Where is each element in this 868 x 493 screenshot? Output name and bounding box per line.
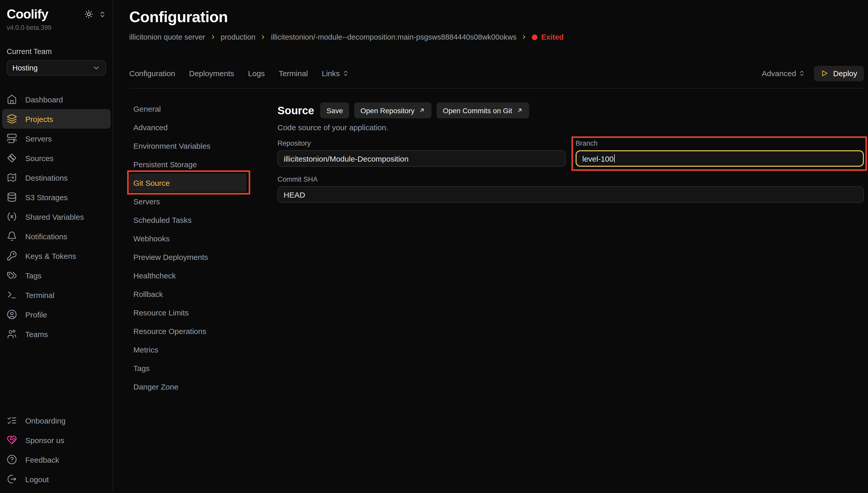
sidebar-item-keys-tokens[interactable]: Keys & Tokens: [2, 246, 111, 265]
tags-icon: [7, 270, 17, 280]
sidebar-item-terminal[interactable]: Terminal: [2, 285, 111, 305]
configuration-subnav: General Advanced Environment Variables P…: [129, 99, 268, 396]
repository-field: Repository illicitestonion/Module-Decomp…: [277, 140, 566, 167]
breadcrumb: illicitonion quote server production ill…: [129, 32, 864, 42]
sidebar-item-projects[interactable]: Projects: [2, 109, 111, 129]
commit-sha-label: Commit SHA: [277, 175, 864, 183]
subnav-item-scheduled-tasks[interactable]: Scheduled Tasks: [129, 211, 247, 229]
repository-input[interactable]: illicitestonion/Module-Decomposition: [277, 150, 566, 167]
sidebar-item-tags[interactable]: Tags: [2, 265, 111, 285]
subnav-item-webhooks[interactable]: Webhooks: [129, 229, 247, 248]
advanced-dropdown[interactable]: Advanced: [762, 69, 805, 78]
team-select[interactable]: Hosting: [7, 60, 106, 76]
layers-icon: [7, 114, 17, 124]
tabs: Configuration Deployments Logs Terminal …: [129, 69, 349, 78]
terminal-icon: [7, 290, 17, 300]
server-icon: [7, 133, 17, 144]
open-commits-button[interactable]: Open Commits on Git: [437, 102, 529, 119]
subnav-item-healthcheck[interactable]: Healthcheck: [129, 266, 247, 284]
header-actions: Advanced Deploy: [762, 66, 864, 81]
source-fields: Repository illicitestonion/Module-Decomp…: [277, 140, 864, 203]
sidebar-item-onboarding[interactable]: Onboarding: [2, 411, 111, 430]
subnav-item-resource-operations[interactable]: Resource Operations: [129, 322, 247, 340]
tab-configuration[interactable]: Configuration: [129, 69, 175, 78]
sidebar-collapse-icon[interactable]: [99, 10, 106, 18]
branch-input[interactable]: level-100: [576, 150, 864, 167]
text-cursor: [614, 154, 615, 163]
sidebar-item-feedback[interactable]: Feedback: [2, 450, 111, 469]
tab-logs[interactable]: Logs: [248, 69, 265, 78]
database-icon: [7, 192, 17, 202]
sidebar-item-s3-storages[interactable]: S3 Storages: [2, 187, 111, 207]
current-team-label: Current Team: [7, 47, 106, 56]
app-window: Coolify v4.0.0-beta.399 Current Team Hos…: [0, 0, 868, 493]
status-label: Exited: [541, 33, 564, 41]
chevron-right-icon: [260, 34, 266, 40]
subnav-item-metrics[interactable]: Metrics: [129, 340, 247, 359]
sidebar-item-sponsor-us[interactable]: Sponsor us: [2, 430, 111, 450]
variable-icon: [7, 212, 17, 222]
subnav-item-danger-zone[interactable]: Danger Zone: [129, 377, 247, 396]
repository-label: Repository: [277, 140, 566, 147]
branch-label: Branch: [576, 140, 864, 147]
breadcrumb-application[interactable]: illicitestonion/-module--decomposition:m…: [271, 33, 516, 41]
source-heading: Source: [277, 104, 314, 116]
sidebar-item-notifications[interactable]: Notifications: [2, 227, 111, 246]
chevrons-up-down-icon: [799, 70, 805, 77]
sidebar-item-logout[interactable]: Logout: [2, 469, 111, 489]
tab-deployments[interactable]: Deployments: [189, 69, 234, 78]
breadcrumb-environment[interactable]: production: [220, 33, 255, 41]
checklist-icon: [7, 415, 17, 426]
page-title: Configuration: [129, 8, 864, 26]
tab-terminal[interactable]: Terminal: [279, 69, 308, 78]
deploy-button[interactable]: Deploy: [814, 66, 864, 81]
sidebar-item-destinations[interactable]: Destinations: [2, 168, 111, 187]
sidebar-item-dashboard[interactable]: Dashboard: [2, 89, 111, 109]
sidebar-nav: Dashboard Projects Servers Sources Desti…: [7, 89, 106, 344]
theme-sun-icon[interactable]: [84, 10, 93, 19]
subnav-item-resource-limits[interactable]: Resource Limits: [129, 303, 247, 322]
subnav-item-persistent-storage[interactable]: Persistent Storage: [129, 155, 247, 173]
subnav-item-general[interactable]: General: [129, 99, 247, 118]
tabs-divider: [129, 88, 864, 88]
logout-icon: [7, 474, 17, 484]
chevrons-up-down-icon: [342, 70, 349, 77]
subnav-item-git-source[interactable]: Git Source: [129, 173, 247, 192]
subnav-item-environment-variables[interactable]: Environment Variables: [129, 136, 247, 155]
git-source-icon: [7, 153, 17, 163]
subnav-item-servers[interactable]: Servers: [129, 192, 247, 211]
status-dot-icon: [532, 34, 538, 40]
sidebar-item-profile[interactable]: Profile: [2, 305, 111, 324]
app-version: v4.0.0-beta.399: [7, 24, 106, 31]
breadcrumb-project[interactable]: illicitonion quote server: [129, 33, 205, 41]
chevron-down-icon: [92, 64, 100, 72]
source-form-header: Source Save Open Repository Open Commits…: [277, 102, 864, 119]
sidebar-item-servers[interactable]: Servers: [2, 129, 111, 148]
subnav-item-tags[interactable]: Tags: [129, 359, 247, 377]
subnav-item-advanced[interactable]: Advanced: [129, 118, 247, 136]
coolify-logo[interactable]: Coolify: [7, 7, 48, 22]
map-icon: [7, 172, 17, 183]
subnav-item-preview-deployments[interactable]: Preview Deployments: [129, 248, 247, 266]
heart-handshake-icon: [7, 435, 17, 445]
play-icon: [821, 69, 829, 77]
sidebar-item-teams[interactable]: Teams: [2, 324, 111, 344]
source-form: Source Save Open Repository Open Commits…: [277, 102, 864, 396]
open-repository-button[interactable]: Open Repository: [354, 102, 431, 119]
bell-icon: [7, 231, 17, 241]
subnav-item-rollback[interactable]: Rollback: [129, 284, 247, 303]
tab-links[interactable]: Links: [322, 69, 349, 78]
sidebar-item-sources[interactable]: Sources: [2, 148, 111, 168]
status-badge: Exited: [532, 33, 564, 41]
source-description: Code source of your application.: [277, 123, 864, 132]
sidebar-item-shared-variables[interactable]: Shared Variables: [2, 207, 111, 227]
sidebar-nav-bottom: Onboarding Sponsor us Feedback Logout: [7, 411, 106, 489]
home-icon: [7, 94, 17, 105]
key-icon: [7, 251, 17, 261]
tabs-row: Configuration Deployments Logs Terminal …: [129, 65, 864, 81]
save-button[interactable]: Save: [320, 102, 349, 119]
external-link-icon: [419, 107, 425, 114]
team-select-value: Hosting: [12, 64, 38, 72]
external-link-icon: [516, 107, 523, 114]
commit-sha-input[interactable]: HEAD: [277, 186, 864, 203]
